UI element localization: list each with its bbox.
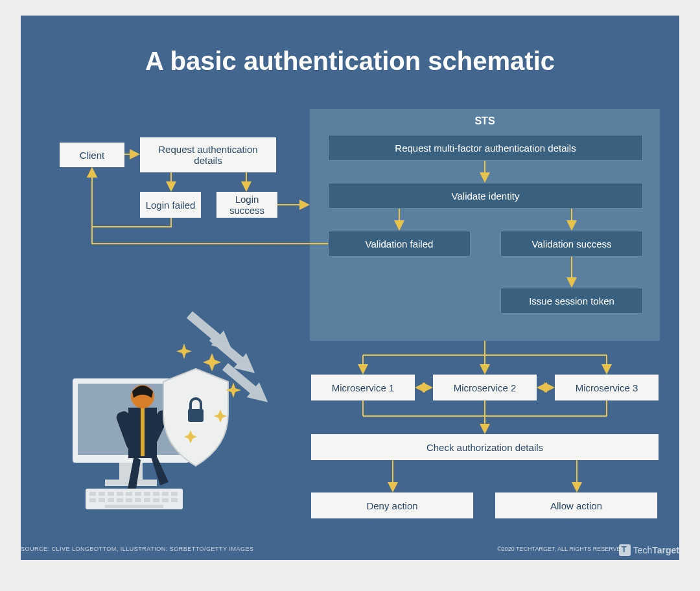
svg-rect-37 [162,492,169,496]
validation-failed-box: Validation failed [328,231,471,257]
svg-rect-46 [153,498,159,502]
svg-rect-35 [144,492,150,496]
microservice-3-box: Microservice 3 [555,375,659,400]
login-success-box: Login success [216,192,277,218]
svg-rect-36 [153,492,159,496]
logo-text: TechTarget [633,545,679,555]
svg-rect-43 [126,498,132,502]
svg-rect-38 [171,492,178,496]
login-failed-box: Login failed [140,192,201,218]
logo-badge-icon [619,544,631,556]
check-authorization-box: Check authorization details [311,434,659,460]
copyright-text: ©2020 TECHTARGET, ALL RIGHTS RESERVED [497,546,625,552]
issue-token-box: Issue session token [500,288,643,314]
svg-rect-30 [99,492,105,496]
microservice-1-box: Microservice 1 [311,375,415,400]
svg-rect-34 [135,492,141,496]
svg-rect-32 [117,492,123,496]
diagram-canvas: A basic authentication schematic STS Cli… [21,16,679,560]
svg-rect-44 [135,498,141,502]
svg-rect-54 [188,409,204,422]
svg-rect-41 [108,498,114,502]
svg-rect-31 [108,492,114,496]
svg-rect-49 [105,505,163,508]
request-auth-box: Request authentication details [140,137,276,172]
svg-rect-48 [171,498,178,502]
validate-identity-box: Validate identity [328,183,643,209]
svg-rect-33 [126,492,132,496]
security-shield-illustration [47,294,280,515]
svg-rect-47 [162,498,169,502]
svg-rect-42 [117,498,123,502]
techtarget-logo: TechTarget [619,544,679,556]
deny-action-box: Deny action [311,492,473,518]
sts-panel-title: STS [310,115,660,127]
svg-rect-29 [89,492,96,496]
validation-success-box: Validation success [500,231,643,257]
diagram-title: A basic authentication schematic [21,47,679,76]
allow-action-box: Allow action [495,492,657,518]
microservice-2-box: Microservice 2 [433,375,537,400]
svg-rect-39 [89,498,96,502]
mfa-box: Request multi-factor authentication deta… [328,135,643,161]
client-box: Client [60,143,124,167]
svg-rect-40 [99,498,105,502]
svg-rect-45 [144,498,150,502]
source-credit: SOURCE: CLIVE LONGBOTTOM, ILLUSTRATION: … [21,546,253,552]
